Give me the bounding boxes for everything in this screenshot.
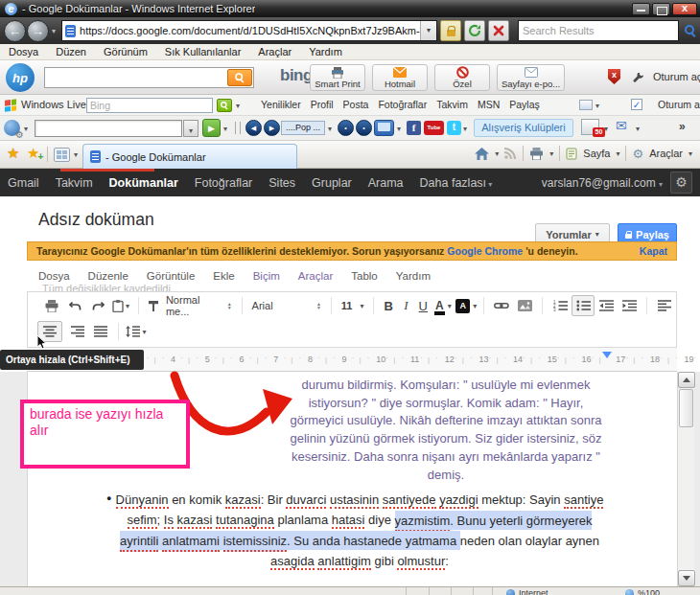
style-select[interactable]: Normal me... ▲▼ xyxy=(162,296,236,315)
mail-icon[interactable]: ✉ xyxy=(616,118,627,133)
wl-link[interactable]: Fotoğraflar xyxy=(378,99,427,110)
refresh-button[interactable] xyxy=(464,20,485,41)
maximize-button[interactable] xyxy=(652,3,670,15)
tv-icon[interactable] xyxy=(374,120,394,136)
redo-button[interactable] xyxy=(86,295,109,316)
toolbar-combobox[interactable] xyxy=(35,120,182,137)
ie-menu-item[interactable]: Dosya xyxy=(0,46,47,57)
banner-close-link[interactable]: Kapat xyxy=(640,245,667,257)
insert-link-button[interactable] xyxy=(490,295,513,316)
google-bar-item[interactable]: Sites xyxy=(268,176,295,190)
wl-search-input[interactable] xyxy=(87,100,212,111)
zoom-level[interactable]: %100 xyxy=(638,588,660,595)
chevron-down-icon[interactable]: ▾ xyxy=(397,125,401,133)
combobox-dropdown-icon[interactable]: ▾ xyxy=(183,120,198,137)
bulleted-list-button[interactable] xyxy=(572,295,595,316)
document-paragraph[interactable]: Dünyanin en komik kazasi: Bir duvarci us… xyxy=(113,490,606,572)
account-menu[interactable]: varslan76@gmail.com ▾ xyxy=(542,176,663,190)
scrollbar-thumb[interactable] xyxy=(679,389,693,427)
vertical-scrollbar[interactable] xyxy=(677,372,694,586)
browser-tab[interactable]: - Google Dokümanlar xyxy=(82,144,297,169)
wl-link[interactable]: MSN xyxy=(478,99,500,110)
search-icon[interactable] xyxy=(685,25,696,36)
bold-button[interactable]: B xyxy=(380,295,397,316)
ie-search-input[interactable] xyxy=(523,25,674,36)
hp-toolbar-button[interactable]: Özel xyxy=(434,64,490,91)
google-bar-item[interactable]: Gruplar xyxy=(312,176,352,190)
wl-link[interactable]: Paylaş xyxy=(509,99,540,110)
url-text[interactable]: https://docs.google.com/document/d/1DUSd… xyxy=(80,25,420,36)
tools-menu-label[interactable]: Araçlar xyxy=(649,148,683,159)
font-size-select[interactable]: 11 ▾ xyxy=(338,296,368,315)
quick-tabs-icon[interactable] xyxy=(54,148,70,162)
ie-menu-item[interactable]: Görünüm xyxy=(95,46,156,57)
media-volume-button[interactable]: • xyxy=(338,120,354,136)
chevron-down-icon[interactable]: ▾ xyxy=(328,125,332,133)
docs-menu-item[interactable]: Araçlar xyxy=(298,270,333,282)
chevron-down-icon[interactable]: ▾ xyxy=(223,125,227,133)
facebook-icon[interactable]: f xyxy=(407,121,421,135)
wrench-icon[interactable] xyxy=(633,71,644,88)
wl-link[interactable]: Yenilikler xyxy=(261,99,301,110)
docs-menu-item[interactable]: Biçim xyxy=(253,270,280,282)
font-select[interactable]: Arial ▲▼ xyxy=(248,296,325,315)
minimize-button[interactable] xyxy=(632,3,650,15)
undo-button[interactable] xyxy=(63,295,86,316)
print-icon[interactable] xyxy=(529,148,544,160)
ie-menu-item[interactable]: Yardım xyxy=(300,46,351,57)
print-button[interactable] xyxy=(40,295,63,316)
favorites-star-icon[interactable]: ★ xyxy=(7,145,19,162)
media-previous-button[interactable]: ◀ xyxy=(245,120,262,136)
playlist-label[interactable]: ....Pop ... xyxy=(281,121,325,135)
text-color-button[interactable]: A ▾ xyxy=(432,295,455,316)
chrome-link[interactable]: Google Chrome xyxy=(447,245,523,257)
chevron-down-icon[interactable]: ▾ xyxy=(636,125,640,133)
numbered-list-button[interactable]: 123 xyxy=(548,295,572,316)
docs-menu-item[interactable]: Tablo xyxy=(351,270,378,282)
chevron-down-icon[interactable]: ▾ xyxy=(236,102,240,110)
chevron-down-icon[interactable]: ▾ xyxy=(495,149,499,158)
docs-menu-item[interactable]: Yardım xyxy=(396,270,431,282)
docs-menu-item[interactable]: Dosya xyxy=(38,270,70,282)
wl-search-button[interactable] xyxy=(217,99,232,112)
notifications-icon[interactable]: 50 xyxy=(581,119,599,135)
forward-button[interactable]: → xyxy=(27,20,49,42)
chevron-down-icon[interactable]: ▾ xyxy=(549,149,553,158)
gear-icon[interactable]: ⚙ xyxy=(670,172,692,194)
globe-settings-icon[interactable] xyxy=(4,120,20,136)
scroll-down-button[interactable] xyxy=(678,570,695,586)
chevron-down-icon[interactable]: ▾ xyxy=(74,150,78,159)
hp-signin-link[interactable]: Oturum aç xyxy=(653,71,700,82)
media-mute-button[interactable]: • xyxy=(356,120,372,136)
align-left-button[interactable] xyxy=(653,295,676,316)
twitter-icon[interactable]: t xyxy=(447,121,461,135)
document-title[interactable]: Adsız doküman xyxy=(38,210,154,230)
align-justify-button[interactable] xyxy=(89,321,112,342)
chevron-down-icon[interactable]: ▾ xyxy=(604,125,608,133)
hp-search-button[interactable] xyxy=(227,69,252,86)
toolbar-overflow-button[interactable]: » xyxy=(679,120,686,133)
google-bar-item[interactable]: Daha fazlası ▾ xyxy=(420,176,493,190)
underline-button[interactable]: U xyxy=(414,295,432,316)
hp-toolbar-button[interactable]: Hotmail xyxy=(372,64,428,91)
hp-search-input[interactable] xyxy=(45,72,227,83)
chevron-down-icon[interactable]: ▾ xyxy=(463,125,467,133)
indent-button[interactable] xyxy=(618,295,641,316)
security-shield-icon[interactable]: x xyxy=(608,69,620,84)
page-menu-label[interactable]: Sayfa xyxy=(583,148,610,159)
outdent-button[interactable] xyxy=(595,295,618,316)
shopping-clubs-button[interactable]: Alışveriş Kulüpleri xyxy=(474,119,573,137)
ie-menu-item[interactable]: Sık Kullanılanlar xyxy=(156,46,250,57)
nav-dropdown-icon[interactable]: ▾ xyxy=(52,27,56,35)
url-field[interactable]: https://docs.google.com/document/d/1DUSd… xyxy=(61,20,437,41)
go-button[interactable]: ▶ xyxy=(202,119,221,137)
url-dropdown-icon[interactable]: ▾ xyxy=(420,21,436,40)
google-bar-item[interactable]: Dokümanlar xyxy=(109,176,178,190)
paint-format-button[interactable] xyxy=(145,295,162,316)
chevron-down-icon[interactable]: ▾ xyxy=(595,102,599,110)
gear-icon[interactable]: ⚙ xyxy=(632,147,643,161)
line-spacing-button[interactable]: ▾ xyxy=(125,321,148,342)
chevron-down-icon[interactable]: ▾ xyxy=(24,125,28,133)
splitter-handle[interactable] xyxy=(235,122,241,134)
wl-link[interactable]: Profil xyxy=(311,99,334,110)
